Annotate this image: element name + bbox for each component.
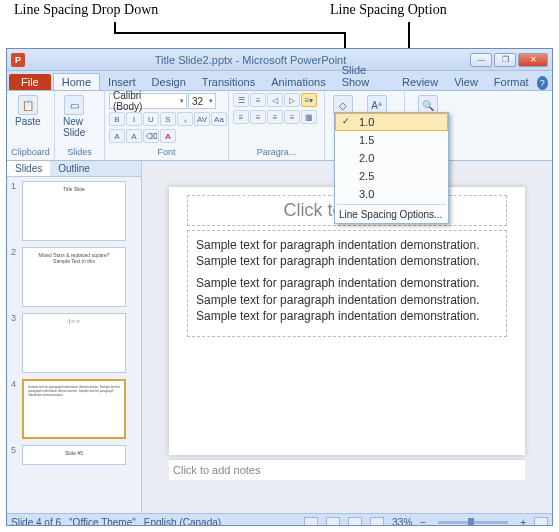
tab-transitions[interactable]: Transitions (194, 74, 263, 90)
align-right-button[interactable]: ≡ (267, 110, 283, 124)
annotation-left: Line Spacing Drop Down (14, 2, 158, 18)
tab-review[interactable]: Review (394, 74, 446, 90)
tab-format[interactable]: Format (486, 74, 537, 90)
numbering-button[interactable]: ≡ (250, 93, 266, 107)
thumb-num: 5 (11, 445, 19, 465)
zoom-slider[interactable] (438, 521, 508, 524)
zoom-in-button[interactable]: + (520, 517, 526, 526)
bullets-button[interactable]: ☰ (233, 93, 249, 107)
align-left-button[interactable]: ≡ (233, 110, 249, 124)
thumbnail-3[interactable]: :)☺☺ (22, 313, 126, 373)
thumb-num: 4 (11, 379, 19, 439)
tab-home[interactable]: Home (53, 73, 100, 90)
status-slide: Slide 4 of 6 (11, 517, 61, 526)
group-clipboard: Clipboard (11, 147, 50, 158)
line-spacing-options[interactable]: Line Spacing Options... (335, 206, 448, 223)
arrow-line (114, 32, 346, 34)
thumb-num: 3 (11, 313, 19, 373)
paste-label: Paste (15, 116, 41, 127)
line-spacing-button[interactable]: ≡▾ (301, 93, 317, 107)
italic-button[interactable]: I (126, 112, 142, 126)
statusbar: Slide 4 of 6 "Office Theme" English (Can… (7, 513, 552, 526)
work-area: Slides Outline 1Title Slide 2Mixed Stars… (7, 161, 552, 513)
paste-button[interactable]: 📋 Paste (11, 93, 45, 129)
tab-insert[interactable]: Insert (100, 74, 144, 90)
font-size-select[interactable]: 32 (188, 93, 216, 109)
thumbnails-list[interactable]: 1Title Slide 2Mixed Stars & replaced squ… (7, 177, 141, 513)
grow-font-button[interactable]: A (109, 129, 125, 143)
thumbnail-1[interactable]: Title Slide (22, 181, 126, 241)
underline-button[interactable]: U (143, 112, 159, 126)
tab-slideshow[interactable]: Slide Show (334, 62, 394, 90)
fit-window-button[interactable] (534, 517, 548, 527)
menu-separator (337, 204, 446, 205)
line-spacing-1-5[interactable]: 1.5 (335, 131, 448, 149)
zoom-out-button[interactable]: − (420, 517, 426, 526)
line-spacing-2-5[interactable]: 2.5 (335, 167, 448, 185)
arrow-line (114, 22, 116, 32)
body-placeholder[interactable]: Sample text for paragraph indentation de… (187, 230, 507, 337)
tab-animations[interactable]: Animations (263, 74, 333, 90)
thumbnail-4[interactable]: Sample text for paragraph indentation de… (22, 379, 126, 439)
notes-pane[interactable]: Click to add notes (169, 459, 525, 480)
line-spacing-1-0[interactable]: 1.0 (335, 113, 448, 131)
font-family-select[interactable]: Calibri (Body) (109, 93, 187, 109)
tab-file[interactable]: File (9, 74, 51, 90)
close-button[interactable]: ✕ (518, 53, 548, 67)
line-spacing-3-0[interactable]: 3.0 (335, 185, 448, 203)
body-para-1: Sample text for paragraph indentation de… (196, 237, 498, 269)
body-para-2: Sample text for paragraph indentation de… (196, 275, 498, 324)
shadow-button[interactable]: ₛ (177, 112, 193, 126)
slide-canvas[interactable]: Click to add title Sample text for parag… (169, 187, 525, 455)
new-slide-label: New Slide (63, 116, 85, 138)
group-slides: Slides (59, 147, 100, 158)
panel-tab-slides[interactable]: Slides (7, 161, 50, 176)
view-reading-button[interactable] (348, 517, 362, 527)
font-color-button[interactable]: A (160, 129, 176, 143)
justify-button[interactable]: ≡ (284, 110, 300, 124)
tab-design[interactable]: Design (144, 74, 194, 90)
panel-tab-outline[interactable]: Outline (50, 161, 98, 176)
status-lang[interactable]: English (Canada) (144, 517, 221, 526)
thumbnail-5[interactable]: Slide #5 (22, 445, 126, 465)
columns-button[interactable]: ▦ (301, 110, 317, 124)
shrink-font-button[interactable]: A (126, 129, 142, 143)
line-spacing-2-0[interactable]: 2.0 (335, 149, 448, 167)
case-button[interactable]: Aa (211, 112, 227, 126)
view-slideshow-button[interactable] (370, 517, 384, 527)
thumb-num: 2 (11, 247, 19, 307)
minimize-button[interactable]: — (470, 53, 492, 67)
annotation-right: Line Spacing Option (330, 2, 447, 18)
thumbnail-2[interactable]: Mixed Stars & replaced square? Sample Te… (22, 247, 126, 307)
paste-icon: 📋 (18, 95, 38, 115)
tab-view[interactable]: View (446, 74, 486, 90)
view-normal-button[interactable] (304, 517, 318, 527)
titlebar: P Title Slide2.pptx - Microsoft PowerPoi… (7, 49, 552, 71)
ribbon: 📋 Paste Clipboard ▭ New Slide Slides Cal… (7, 91, 552, 161)
line-spacing-dropdown: 1.0 1.5 2.0 2.5 3.0 Line Spacing Options… (334, 112, 449, 224)
restore-button[interactable]: ❐ (494, 53, 516, 67)
slide-panel: Slides Outline 1Title Slide 2Mixed Stars… (7, 161, 142, 513)
decrease-indent-button[interactable]: ◁ (267, 93, 283, 107)
align-center-button[interactable]: ≡ (250, 110, 266, 124)
app-window: P Title Slide2.pptx - Microsoft PowerPoi… (6, 48, 553, 526)
status-theme: "Office Theme" (69, 517, 136, 526)
group-font: Font (109, 147, 224, 158)
clear-format-button[interactable]: ⌫ (143, 129, 159, 143)
new-slide-icon: ▭ (64, 95, 84, 115)
powerpoint-icon: P (11, 53, 25, 67)
help-icon[interactable]: ? (537, 76, 548, 90)
ribbon-tabs: File Home Insert Design Transitions Anim… (7, 71, 552, 91)
bold-button[interactable]: B (109, 112, 125, 126)
group-paragraph: Paragra... (233, 147, 320, 158)
strike-button[interactable]: S (160, 112, 176, 126)
increase-indent-button[interactable]: ▷ (284, 93, 300, 107)
thumb-num: 1 (11, 181, 19, 241)
window-title: Title Slide2.pptx - Microsoft PowerPoint (31, 54, 470, 66)
new-slide-button[interactable]: ▭ New Slide (59, 93, 89, 140)
spacing-button[interactable]: AV (194, 112, 210, 126)
zoom-level[interactable]: 33% (392, 517, 412, 526)
view-sorter-button[interactable] (326, 517, 340, 527)
